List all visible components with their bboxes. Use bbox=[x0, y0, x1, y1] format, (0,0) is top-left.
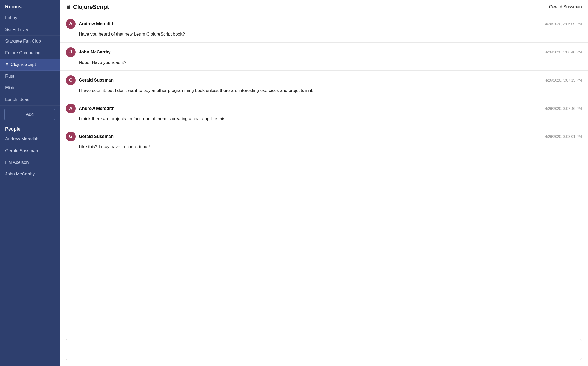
author-name: John McCarthy bbox=[79, 50, 111, 55]
sidebar-item-rust[interactable]: Rust bbox=[0, 71, 60, 82]
add-room-button[interactable]: Add bbox=[4, 109, 55, 120]
chat-title-icon: 🗎 bbox=[66, 4, 71, 10]
message-body: Have you heard of that new Learn Clojure… bbox=[66, 31, 582, 38]
sidebar-item-hal-abelson[interactable]: Hal Abelson bbox=[0, 157, 60, 168]
author-name: Andrew Meredith bbox=[79, 106, 115, 111]
table-row: G Gerald Sussman 4/26/2020, 3:08:01 PM L… bbox=[60, 127, 588, 155]
sidebar-item-andrew-meredith[interactable]: Andrew Meredith bbox=[0, 133, 60, 145]
sidebar-item-stargate-fan-club[interactable]: Stargate Fan Club bbox=[0, 36, 60, 47]
message-input[interactable] bbox=[66, 339, 582, 360]
message-header: A Andrew Meredith 4/26/2020, 3:06:09 PM bbox=[66, 19, 582, 29]
message-timestamp: 4/26/2020, 3:06:09 PM bbox=[545, 22, 582, 26]
message-body: Like this? I may have to check it out! bbox=[66, 144, 582, 150]
message-body: I think there are projects. In fact, one… bbox=[66, 116, 582, 122]
avatar: A bbox=[66, 19, 76, 29]
author-name: Gerald Sussman bbox=[79, 134, 114, 139]
sidebar-item-gerald-sussman[interactable]: Gerald Sussman bbox=[0, 145, 60, 157]
sidebar-item-future-computing[interactable]: Future Computing bbox=[0, 47, 60, 59]
table-row: J John McCarthy 4/26/2020, 3:06:40 PM No… bbox=[60, 43, 588, 71]
sidebar-item-lunch-ideas[interactable]: Lunch Ideas bbox=[0, 94, 60, 106]
message-body: Nope. Have you read it? bbox=[66, 59, 582, 66]
table-row: G Gerald Sussman 4/26/2020, 3:07:15 PM I… bbox=[60, 71, 588, 99]
table-row: A Andrew Meredith 4/26/2020, 3:06:09 PM … bbox=[60, 14, 588, 43]
chat-header: 🗎 ClojureScript Gerald Sussman bbox=[60, 0, 588, 14]
message-timestamp: 4/26/2020, 3:06:40 PM bbox=[545, 50, 582, 54]
message-timestamp: 4/26/2020, 3:07:15 PM bbox=[545, 78, 582, 82]
clojurescript-icon: 🗎 bbox=[5, 62, 9, 67]
chat-title: 🗎 ClojureScript bbox=[66, 4, 109, 10]
sidebar-item-sci-fi-trivia[interactable]: Sci Fi Trivia bbox=[0, 24, 60, 36]
message-input-area bbox=[60, 335, 588, 366]
message-header: G Gerald Sussman 4/26/2020, 3:07:15 PM bbox=[66, 75, 582, 85]
messages-list: A Andrew Meredith 4/26/2020, 3:06:09 PM … bbox=[60, 14, 588, 335]
rooms-header: Rooms bbox=[0, 0, 60, 12]
sidebar-item-clojurescript[interactable]: 🗎ClojureScript bbox=[0, 59, 60, 71]
message-timestamp: 4/26/2020, 3:07:46 PM bbox=[545, 106, 582, 111]
table-row: A Andrew Meredith 4/26/2020, 3:07:46 PM … bbox=[60, 99, 588, 127]
sidebar: Rooms Lobby Sci Fi Trivia Stargate Fan C… bbox=[0, 0, 60, 366]
sidebar-item-elixir[interactable]: Elixir bbox=[0, 82, 60, 94]
avatar: G bbox=[66, 75, 76, 85]
message-header: G Gerald Sussman 4/26/2020, 3:08:01 PM bbox=[66, 132, 582, 141]
avatar: J bbox=[66, 47, 76, 57]
message-timestamp: 4/26/2020, 3:08:01 PM bbox=[545, 134, 582, 139]
avatar: G bbox=[66, 132, 76, 141]
avatar: A bbox=[66, 104, 76, 113]
message-header: A Andrew Meredith 4/26/2020, 3:07:46 PM bbox=[66, 104, 582, 113]
people-header: People bbox=[0, 123, 60, 133]
sidebar-item-john-mccarthy[interactable]: John McCarthy bbox=[0, 168, 60, 180]
message-body: I have seen it, but I don't want to buy … bbox=[66, 87, 582, 94]
main-content: 🗎 ClojureScript Gerald Sussman A Andrew … bbox=[60, 0, 588, 366]
author-name: Gerald Sussman bbox=[79, 78, 114, 83]
chat-room-name: ClojureScript bbox=[73, 4, 109, 10]
sidebar-item-lobby[interactable]: Lobby bbox=[0, 12, 60, 24]
message-header: J John McCarthy 4/26/2020, 3:06:40 PM bbox=[66, 47, 582, 57]
current-user-label: Gerald Sussman bbox=[549, 4, 582, 10]
author-name: Andrew Meredith bbox=[79, 21, 115, 26]
